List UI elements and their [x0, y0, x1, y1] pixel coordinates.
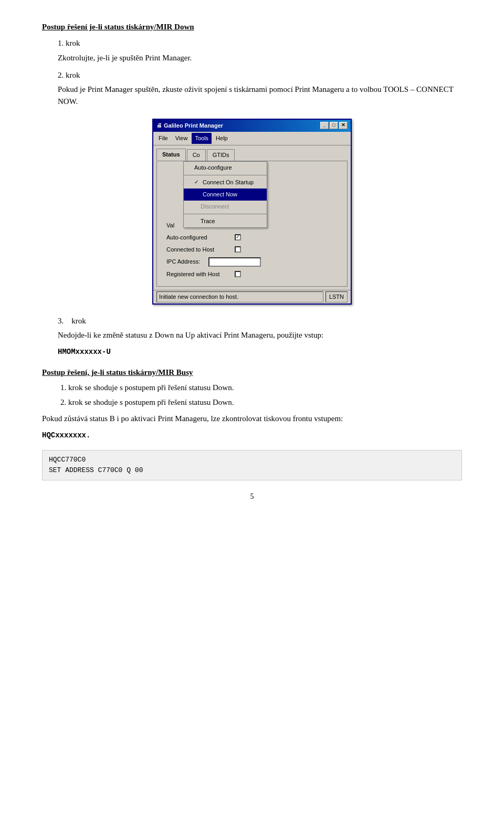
win-dialog: 🖨 Galileo Print Manager _ □ ✕ File View …	[152, 119, 352, 305]
menu-tools[interactable]: Tools	[192, 133, 212, 144]
step1-text: Zkotrolujte, je-li je spuštěn Print Mana…	[58, 52, 462, 64]
auto-configured-row: Auto-configured	[166, 233, 343, 242]
menu-separator-1	[184, 175, 267, 175]
auto-configured-checkbox[interactable]	[235, 234, 241, 240]
menu-connect-on-startup[interactable]: ✓ Connect On Startup	[184, 176, 267, 189]
tab-status[interactable]: Status	[156, 149, 186, 161]
dialog-container: 🖨 Galileo Print Manager _ □ ✕ File View …	[152, 119, 352, 305]
step2-label: 2. krok	[58, 71, 80, 79]
heading2: Postup řešení, je-li status tiskárny/MIR…	[42, 367, 462, 379]
step3-number: 3. krok	[58, 315, 462, 327]
win-statusbar: Initiate new connection to host. LSTN	[153, 290, 351, 304]
busy-step2: krok se shoduje s postupem při řešení st…	[68, 396, 462, 409]
statusbar-text: Initiate new connection to host.	[156, 291, 323, 302]
step1-label: 1. krok	[58, 39, 80, 47]
menu-disconnect[interactable]: Disconnect	[184, 201, 267, 213]
dropdown-menu: Auto-configure ✓ Connect On Startup Conn…	[183, 161, 267, 228]
hqc-label: HQCxxxxxxx.	[42, 430, 462, 442]
busy-note: Pokud zůstává status B i po aktivaci Pri…	[42, 413, 462, 425]
win-titlebar-title: 🖨 Galileo Print Manager	[156, 121, 223, 130]
dialog-wrapper: 🖨 Galileo Print Manager _ □ ✕ File View …	[42, 119, 462, 305]
ipc-row: IPC Address:	[166, 257, 343, 267]
connected-label: Connected to Host	[166, 245, 235, 254]
code-block: HQCC770C0 SET ADDRESS C770C0 Q 00	[42, 450, 462, 480]
hmom-label: HMOMxxxxxx-U	[58, 347, 462, 358]
dialog-title: Galileo Print Manager	[164, 121, 223, 130]
code-line1: HQCC770C0	[49, 455, 455, 465]
auto-configured-label: Auto-configured	[166, 233, 235, 242]
connected-to-host-row: Connected to Host	[166, 245, 343, 254]
win-body: Status Co GTIDs Auto-configure	[153, 145, 351, 290]
ipc-label: IPC Address:	[166, 257, 208, 266]
win-titlebar: 🖨 Galileo Print Manager _ □ ✕	[153, 120, 351, 132]
maximize-button[interactable]: □	[330, 122, 338, 129]
win-tab-content: Auto-configure ✓ Connect On Startup Conn…	[156, 161, 348, 287]
busy-steps-list: krok se shoduje s postupem při řešení st…	[68, 382, 462, 409]
minimize-button[interactable]: _	[320, 122, 329, 129]
tab-row: Status Co GTIDs	[156, 149, 348, 161]
page-number: 5	[42, 491, 462, 503]
menu-auto-configure[interactable]: Auto-configure	[184, 162, 267, 174]
titlebar-buttons: _ □ ✕	[320, 122, 348, 129]
busy-step1: krok se shoduje s postupem při řešení st…	[68, 382, 462, 394]
connected-checkbox[interactable]	[235, 246, 241, 253]
app-icon: 🖨	[156, 121, 162, 130]
busy-step2-text: krok se shoduje s postupem při řešení st…	[68, 398, 234, 406]
step2-text: Pokud je Print Manager spuštěn, zkuste o…	[58, 83, 462, 108]
win-menubar: File View Tools Help	[153, 132, 351, 145]
menu-separator-2	[184, 214, 267, 214]
menu-trace[interactable]: Trace	[184, 215, 267, 227]
registered-label: Registered with Host	[166, 270, 235, 279]
page-content: Postup řešení je-li status tiskárny/MIR …	[42, 21, 462, 503]
step3-text: Nedojde-li ke změně statusu z Down na Up…	[58, 329, 462, 341]
code-line2: SET ADDRESS C770C0 Q 00	[49, 465, 455, 476]
menu-help[interactable]: Help	[213, 133, 231, 144]
menu-view[interactable]: View	[172, 133, 191, 144]
no-checkmark-icon	[194, 191, 201, 199]
busy-step1-text: krok se shoduje s postupem při řešení st…	[68, 383, 234, 392]
tab-gtids[interactable]: GTIDs	[207, 149, 235, 161]
registered-row: Registered with Host	[166, 270, 343, 279]
registered-checkbox[interactable]	[235, 271, 241, 277]
tab-co[interactable]: Co	[187, 149, 206, 161]
step3-label: 3. krok	[58, 317, 86, 325]
ipc-input[interactable]	[208, 257, 261, 267]
checkmark-icon: ✓	[194, 178, 201, 186]
step1-number: 1. krok	[58, 37, 462, 49]
menu-connect-now[interactable]: Connect Now	[184, 189, 267, 201]
statusbar-right: LSTN	[326, 291, 348, 302]
close-button[interactable]: ✕	[339, 122, 348, 129]
step2-number: 2. krok	[58, 69, 462, 81]
main-heading: Postup řešení je-li status tiskárny/MIR …	[42, 21, 462, 33]
menu-file[interactable]: File	[155, 133, 171, 144]
